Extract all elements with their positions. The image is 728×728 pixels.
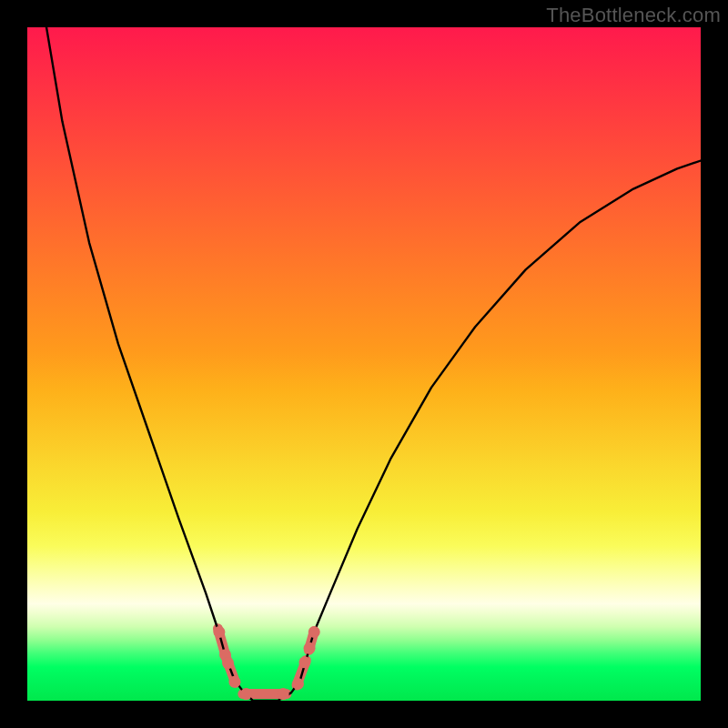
highlight-dot xyxy=(292,678,304,690)
highlight-dot xyxy=(304,642,316,654)
highlight-dot xyxy=(213,626,225,638)
highlight-dot xyxy=(278,688,289,700)
chart-svg xyxy=(27,27,701,701)
highlight-dot xyxy=(308,626,320,638)
plot-area xyxy=(27,27,701,701)
bottleneck-curve xyxy=(27,27,701,701)
chart-container: TheBottleneck.com xyxy=(0,0,728,728)
watermark-text: TheBottleneck.com xyxy=(546,4,721,27)
highlight-dot xyxy=(240,688,252,700)
highlight-dot xyxy=(298,656,310,668)
highlight-dot xyxy=(222,657,234,669)
highlight-dot xyxy=(228,676,240,688)
highlight-dots xyxy=(213,626,319,700)
